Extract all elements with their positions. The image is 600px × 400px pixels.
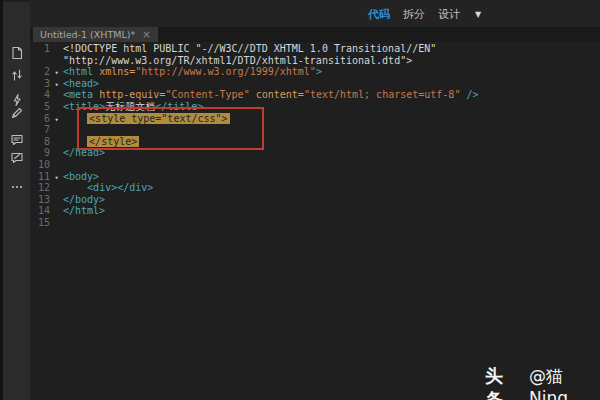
code-line[interactable]: "http://www.w3.org/TR/xhtml1/DTD/xhtml1-… bbox=[30, 55, 600, 67]
view-mode-active[interactable]: 代码 bbox=[368, 7, 390, 22]
line-number: 3 bbox=[32, 78, 50, 90]
comment-icon[interactable] bbox=[10, 133, 24, 147]
line-number: 6 bbox=[32, 113, 50, 125]
line-number: 10 bbox=[32, 159, 50, 171]
tab-bar: Untitled-1 (XHTML)* × bbox=[30, 27, 600, 42]
watermark: 头条 @猫Ning bbox=[485, 364, 600, 400]
code-text: <meta http-equiv="Content-Type" content=… bbox=[63, 89, 479, 100]
tab-title: Untitled-1 (XHTML)* bbox=[40, 29, 135, 40]
line-number: 15 bbox=[32, 217, 50, 229]
code-line[interactable]: 2▾<html xmlns="http://www.w3.org/1999/xh… bbox=[30, 66, 600, 78]
code-line[interactable]: 11▾<body> bbox=[30, 171, 600, 183]
red-highlight-annotation bbox=[77, 107, 264, 150]
line-number: 1 bbox=[32, 43, 50, 55]
line-number: 4 bbox=[32, 89, 50, 101]
chevron-down-icon[interactable]: ▼ bbox=[475, 10, 481, 19]
lightning-icon[interactable] bbox=[10, 93, 24, 107]
code-text: <!DOCTYPE html PUBLIC "-//W3C//DTD XHTML… bbox=[63, 43, 436, 54]
code-line[interactable]: 13</body> bbox=[30, 194, 600, 206]
dreamweaver-window: 代码拆分设计▼ Untitled-1 (XHTML)* × 1<!DOCTYPE… bbox=[0, 0, 600, 400]
code-text: "http://www.w3.org/TR/xhtml1/DTD/xhtml1-… bbox=[63, 55, 412, 66]
document-tab[interactable]: Untitled-1 (XHTML)* × bbox=[33, 27, 158, 42]
document-toolbar: 代码拆分设计▼ bbox=[30, 0, 600, 27]
code-line[interactable]: 10 bbox=[30, 159, 600, 171]
code-text: <div></div> bbox=[63, 182, 153, 193]
line-number: 5 bbox=[32, 101, 50, 113]
watermark-brand: 头条 bbox=[485, 364, 522, 400]
code-line[interactable]: 1<!DOCTYPE html PUBLIC "-//W3C//DTD XHTM… bbox=[30, 43, 600, 55]
code-line[interactable]: 3▾<head> bbox=[30, 78, 600, 90]
view-mode-switcher: 代码拆分设计▼ bbox=[368, 7, 481, 22]
document-icon[interactable] bbox=[10, 46, 24, 60]
code-line[interactable]: 4<meta http-equiv="Content-Type" content… bbox=[30, 89, 600, 101]
code-line[interactable]: 14</html> bbox=[30, 205, 600, 217]
watermark-handle: @猫Ning bbox=[529, 365, 600, 400]
view-mode-button[interactable]: 拆分 bbox=[403, 7, 425, 22]
code-text: <html xmlns="http://www.w3.org/1999/xhtm… bbox=[63, 66, 322, 77]
code-text: <head> bbox=[63, 78, 99, 89]
code-line[interactable]: 15 bbox=[30, 217, 600, 229]
close-icon[interactable]: × bbox=[142, 29, 150, 40]
coding-toolbar bbox=[3, 2, 30, 400]
code-line[interactable]: 12 <div></div> bbox=[30, 182, 600, 194]
line-number: 8 bbox=[32, 136, 50, 148]
code-text: </html> bbox=[63, 205, 105, 216]
file-transfer-icon[interactable] bbox=[10, 68, 24, 82]
line-number: 13 bbox=[32, 194, 50, 206]
line-number: 9 bbox=[32, 147, 50, 159]
remove-comment-icon[interactable] bbox=[10, 151, 24, 165]
view-mode-button[interactable]: 设计 bbox=[438, 7, 460, 22]
brush-icon[interactable] bbox=[10, 106, 24, 120]
code-text: </body> bbox=[63, 194, 105, 205]
code-text: <body> bbox=[63, 171, 99, 182]
more-options-icon[interactable] bbox=[10, 180, 24, 194]
line-number: 11 bbox=[32, 171, 50, 183]
line-number: 12 bbox=[32, 182, 50, 194]
line-number: 14 bbox=[32, 205, 50, 217]
line-number: 2 bbox=[32, 66, 50, 78]
line-number: 7 bbox=[32, 124, 50, 136]
